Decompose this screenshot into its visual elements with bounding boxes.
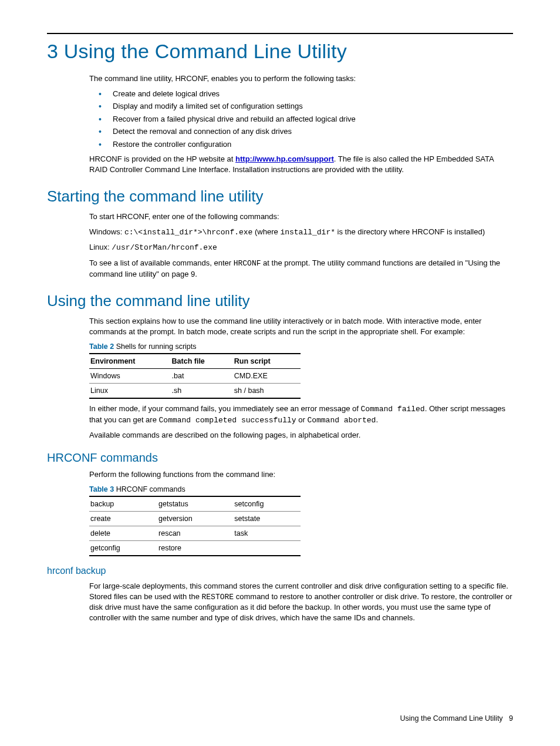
col-batch-file: Batch file bbox=[171, 354, 233, 369]
code: RESTORE bbox=[202, 593, 234, 601]
table-row: delete rescan task bbox=[89, 526, 301, 541]
available-commands: Available commands are described on the … bbox=[89, 430, 513, 441]
text: In either mode, if your command fails, y… bbox=[89, 404, 360, 413]
code: Command failed bbox=[360, 405, 424, 414]
mode-errors: In either mode, if your command fails, y… bbox=[89, 404, 513, 425]
support-link[interactable]: http://www.hp.com/support bbox=[235, 154, 334, 163]
commands-intro: Perform the following functions from the… bbox=[89, 469, 513, 480]
cell: Linux bbox=[89, 384, 171, 399]
footer-title: Using the Command Line Utility bbox=[400, 714, 503, 723]
text: or bbox=[296, 415, 308, 424]
list-item: Create and delete logical drives bbox=[89, 89, 513, 99]
table2-caption: Table 2 Shells for running scripts bbox=[89, 342, 513, 351]
cell: .bat bbox=[171, 369, 233, 384]
hrconf-source: HRCONF is provided on the HP website at … bbox=[89, 154, 513, 174]
commands-block: Perform the following functions from the… bbox=[89, 469, 513, 557]
intro-block: The command line utility, HRCONF, enable… bbox=[89, 73, 513, 174]
text: is the directory where HRCONF is install… bbox=[335, 227, 485, 236]
cell: backup bbox=[89, 496, 157, 512]
code: Command aborted bbox=[307, 416, 376, 425]
using-block: This section explains how to use the com… bbox=[89, 316, 513, 441]
label: Windows: bbox=[89, 227, 124, 236]
cell: .sh bbox=[171, 384, 233, 399]
cell: rescan bbox=[157, 526, 233, 541]
table-row: create getversion setstate bbox=[89, 512, 301, 526]
table-title: Shells for running scripts bbox=[114, 342, 196, 351]
table-label: Table 2 bbox=[89, 342, 114, 351]
chapter-title: 3 Using the Command Line Utility bbox=[47, 40, 513, 63]
table-row: Windows .bat CMD.EXE bbox=[89, 369, 301, 384]
table3-caption: Table 3 HRCONF commands bbox=[89, 485, 513, 493]
cell: sh / bash bbox=[233, 384, 301, 399]
top-rule bbox=[47, 33, 513, 34]
code: /usr/StorMan/hrconf.exe bbox=[112, 243, 217, 252]
code: Command completed successfully bbox=[159, 416, 296, 425]
cell: setconfig bbox=[233, 496, 301, 512]
backup-description: For large-scale deployments, this comman… bbox=[89, 581, 513, 623]
cell: delete bbox=[89, 526, 157, 541]
table-row: Linux .sh sh / bash bbox=[89, 384, 301, 399]
cell: restore bbox=[157, 541, 233, 556]
label: Linux: bbox=[89, 243, 112, 251]
subsection-hrconf-commands: HRCONF commands bbox=[47, 451, 513, 465]
section-using: Using the command line utility bbox=[47, 292, 513, 310]
list-item: Restore the controller configuration bbox=[89, 139, 513, 150]
cell bbox=[233, 541, 301, 556]
list-commands-hint: To see a list of available commands, ent… bbox=[89, 258, 513, 279]
col-environment: Environment bbox=[89, 354, 171, 369]
subsubsection-hrconf-backup: hrconf backup bbox=[47, 566, 513, 576]
list-item: Display and modify a limited set of conf… bbox=[89, 101, 513, 112]
code: install_dir* bbox=[280, 228, 335, 237]
cell: task bbox=[233, 526, 301, 541]
table-label: Table 3 bbox=[89, 485, 114, 493]
cell: Windows bbox=[89, 369, 171, 384]
code: c:\<install_dir*>\hrconf.exe bbox=[124, 228, 252, 237]
cell: CMD.EXE bbox=[233, 369, 301, 384]
col-run-script: Run script bbox=[233, 354, 301, 369]
cell: getconfig bbox=[89, 541, 157, 556]
cell: setstate bbox=[233, 512, 301, 526]
page-number: 9 bbox=[509, 714, 513, 723]
windows-cmd: Windows: c:\<install_dir*>\hrconf.exe (w… bbox=[89, 227, 513, 238]
start-instructions: To start HRCONF, enter one of the follow… bbox=[89, 211, 513, 222]
page-footer: Using the Command Line Utility 9 bbox=[400, 714, 513, 723]
using-intro: This section explains how to use the com… bbox=[89, 316, 513, 337]
section-starting: Starting the command line utility bbox=[47, 187, 513, 206]
list-item: Detect the removal and connection of any… bbox=[89, 126, 513, 137]
task-list: Create and delete logical drives Display… bbox=[89, 89, 513, 150]
backup-block: For large-scale deployments, this comman… bbox=[89, 581, 513, 623]
intro-text: The command line utility, HRCONF, enable… bbox=[89, 73, 513, 84]
table-row: backup getstatus setconfig bbox=[89, 496, 301, 512]
text: HRCONF is provided on the HP website at bbox=[89, 154, 235, 163]
list-item: Recover from a failed physical drive and… bbox=[89, 114, 513, 125]
code: HRCONF bbox=[234, 259, 261, 268]
text: (where bbox=[252, 227, 280, 236]
cell: getstatus bbox=[157, 496, 233, 512]
commands-table: backup getstatus setconfig create getver… bbox=[89, 496, 301, 556]
table-row: getconfig restore bbox=[89, 541, 301, 556]
text: . bbox=[376, 415, 378, 424]
table-title: HRCONF commands bbox=[114, 485, 185, 493]
linux-cmd: Linux: /usr/StorMan/hrconf.exe bbox=[89, 242, 513, 253]
cell: create bbox=[89, 512, 157, 526]
text: To see a list of available commands, ent… bbox=[89, 258, 234, 267]
page: 3 Using the Command Line Utility The com… bbox=[0, 0, 560, 746]
shells-table: Environment Batch file Run script Window… bbox=[89, 353, 301, 399]
cell: getversion bbox=[157, 512, 233, 526]
starting-block: To start HRCONF, enter one of the follow… bbox=[89, 211, 513, 279]
table-header-row: Environment Batch file Run script bbox=[89, 354, 301, 369]
